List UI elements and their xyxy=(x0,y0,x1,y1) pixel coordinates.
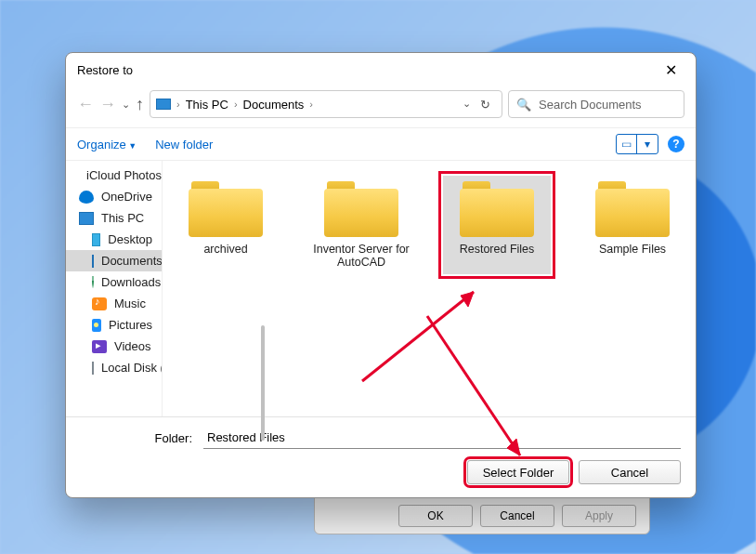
folder-icon xyxy=(324,181,398,237)
search-icon: 🔍 xyxy=(516,98,531,112)
vid-icon xyxy=(92,340,107,353)
sidebar-item-music[interactable]: Music xyxy=(66,293,162,314)
folder-icon xyxy=(460,181,534,237)
chevron-right-icon: › xyxy=(309,99,313,110)
dialog-footer: Folder: Select Folder Cancel xyxy=(66,416,696,497)
cancel-button[interactable]: Cancel xyxy=(579,460,681,484)
folder-label: Sample Files xyxy=(599,243,666,256)
back-icon: ← xyxy=(77,95,94,114)
parent-dialog-buttons: OK Cancel Apply xyxy=(314,497,650,534)
sidebar-item-desktop[interactable]: Desktop xyxy=(66,229,162,250)
folder-sample-files[interactable]: Sample Files xyxy=(579,176,686,274)
down-icon xyxy=(92,276,94,289)
onedrive-icon xyxy=(79,191,94,204)
recent-dropdown-icon[interactable]: ⌄ xyxy=(122,99,130,111)
pc-icon xyxy=(79,212,94,225)
search-input[interactable]: 🔍 Search Documents xyxy=(508,90,684,118)
select-folder-button[interactable]: Select Folder xyxy=(467,460,569,484)
restore-to-dialog: Restore to ✕ ← → ⌄ ↑ › This PC › Documen… xyxy=(65,52,697,498)
pic-icon xyxy=(92,319,101,332)
folder-archived[interactable]: archived xyxy=(172,176,280,274)
folder-content-pane[interactable]: archivedInventor Server for AutoCADResto… xyxy=(163,161,696,416)
cancel-button-parent[interactable]: Cancel xyxy=(480,505,554,527)
sidebar-item-label: Local Disk (C:) xyxy=(101,361,163,375)
sidebar-item-label: Desktop xyxy=(108,232,152,246)
dialog-title: Restore to xyxy=(77,63,133,77)
folder-label: archived xyxy=(203,243,247,256)
sidebar-item-label: OneDrive xyxy=(101,190,152,204)
sidebar-item-videos[interactable]: Videos xyxy=(66,336,162,357)
folder-restored-files[interactable]: Restored Files xyxy=(443,176,551,274)
sidebar-item-downloads[interactable]: Downloads xyxy=(66,271,162,293)
sidebar-item-pictures[interactable]: Pictures xyxy=(66,314,162,336)
apply-button: Apply xyxy=(562,505,636,527)
sidebar-item-label: iCloud Photos xyxy=(86,168,162,182)
folder-name-input[interactable] xyxy=(203,427,681,449)
folder-field-label: Folder: xyxy=(81,431,192,445)
sidebar-item-documents[interactable]: Documents xyxy=(66,250,162,271)
chevron-down-icon[interactable]: ▾ xyxy=(637,135,658,153)
ok-button[interactable]: OK xyxy=(398,505,473,527)
sidebar-item-onedrive[interactable]: OneDrive xyxy=(66,186,162,207)
toolbar: Organize New folder ▭ ▾ ? xyxy=(66,127,696,161)
chevron-right-icon: › xyxy=(176,99,180,110)
close-icon[interactable]: ✕ xyxy=(658,58,684,83)
sidebar-item-this-pc[interactable]: This PC xyxy=(66,207,162,229)
view-mode-split-button[interactable]: ▭ ▾ xyxy=(616,134,658,154)
organize-menu[interactable]: Organize xyxy=(77,138,137,152)
new-folder-button[interactable]: New folder xyxy=(155,138,213,152)
sidebar-item-label: Documents xyxy=(101,254,163,268)
music-icon xyxy=(92,297,107,310)
sidebar-item-icloud-photos[interactable]: iCloud Photos xyxy=(66,165,162,186)
breadcrumb-root[interactable]: This PC xyxy=(186,98,228,112)
sidebar-item-label: Pictures xyxy=(109,318,152,332)
folder-label: Restored Files xyxy=(460,243,535,256)
folder-icon xyxy=(595,181,670,237)
sidebar-item-label: This PC xyxy=(101,211,144,225)
refresh-icon[interactable]: ↻ xyxy=(480,98,490,112)
breadcrumb-folder[interactable]: Documents xyxy=(243,98,305,112)
address-bar[interactable]: › This PC › Documents › ⌄ ↻ xyxy=(150,90,502,118)
forward-icon: → xyxy=(99,95,116,114)
sidebar-item-label: Downloads xyxy=(101,275,161,289)
sidebar-item-label: Music xyxy=(114,297,146,310)
titlebar: Restore to ✕ xyxy=(66,53,696,86)
sidebar-item-label: Videos xyxy=(114,339,151,353)
pc-icon xyxy=(156,99,171,110)
chevron-right-icon: › xyxy=(234,99,238,110)
history-dropdown-icon[interactable]: ⌄ xyxy=(463,98,471,112)
doc-icon xyxy=(92,255,94,268)
sidebar-item-local-disk-c-[interactable]: Local Disk (C:) xyxy=(66,357,162,378)
nav-arrows: ← → ⌄ ↑ xyxy=(77,95,144,114)
up-icon[interactable]: ↑ xyxy=(136,95,144,114)
folder-inventor-server-for-autocad[interactable]: Inventor Server for AutoCAD xyxy=(307,176,415,274)
folder-icon xyxy=(189,181,263,237)
view-icon[interactable]: ▭ xyxy=(617,135,637,153)
folder-label: Inventor Server for AutoCAD xyxy=(309,243,413,269)
search-placeholder: Search Documents xyxy=(539,98,642,112)
disk-icon xyxy=(92,362,94,375)
help-icon[interactable]: ? xyxy=(668,136,684,152)
sidebar: iCloud PhotosOneDriveThis PCDesktopDocum… xyxy=(66,161,163,416)
desktop-icon xyxy=(92,233,100,246)
navigation-row: ← → ⌄ ↑ › This PC › Documents › ⌄ ↻ 🔍 Se… xyxy=(66,86,696,127)
